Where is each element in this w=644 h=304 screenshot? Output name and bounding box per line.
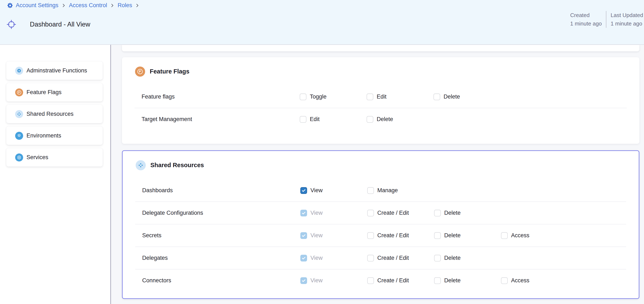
checkbox-icon — [300, 116, 306, 123]
page-header: Account Settings Access Control Roles Da… — [0, 0, 644, 45]
checkbox-create-edit[interactable]: Create / Edit — [367, 210, 434, 216]
page-title: Dashboard - All View — [30, 21, 90, 28]
checkbox-delete[interactable]: Delete — [434, 210, 501, 216]
checkbox-icon — [300, 277, 307, 284]
checkbox-edit[interactable]: Edit — [366, 94, 434, 100]
resource-label: Delegates — [135, 255, 300, 261]
created-meta: Created 1 minute ago — [570, 11, 602, 28]
checkbox-edit[interactable]: Edit — [300, 116, 366, 123]
resource-label: Dashboards — [135, 187, 300, 194]
checkbox-icon — [366, 94, 373, 100]
checkbox-delete[interactable]: Delete — [434, 277, 501, 284]
resource-label: Feature flags — [134, 94, 300, 100]
breadcrumb-account-settings[interactable]: Account Settings — [16, 2, 58, 9]
checkbox-icon — [501, 232, 508, 239]
checkbox-view[interactable]: View — [300, 210, 367, 216]
checkbox-icon — [434, 232, 441, 239]
chevron-right-icon — [61, 3, 66, 8]
checkbox-icon — [300, 232, 307, 239]
checkbox-create-edit[interactable]: Create / Edit — [367, 255, 434, 261]
flag-icon — [15, 88, 23, 96]
checkbox-icon — [367, 255, 374, 261]
checkbox-icon — [434, 277, 441, 284]
checkbox-view[interactable]: View — [300, 277, 367, 284]
sidebar-item-label: Feature Flags — [26, 89, 62, 96]
checkbox-icon — [434, 255, 441, 261]
checkbox-icon — [300, 187, 307, 194]
checkbox-manage[interactable]: Manage — [367, 187, 434, 194]
layers-icon — [15, 132, 23, 140]
checkbox-icon — [367, 277, 374, 284]
permissions-panel: Feature Flags Feature flags Toggle Edit … — [112, 45, 644, 304]
checkbox-icon — [300, 210, 307, 216]
checkbox-delete[interactable]: Delete — [366, 116, 434, 123]
sidebar-item-label: Environments — [26, 132, 61, 139]
card-title: Shared Resources — [150, 162, 204, 169]
permission-row: Dashboards View Manage — [135, 179, 626, 201]
checkbox-access[interactable]: Access — [501, 277, 568, 284]
checkbox-view[interactable]: View — [300, 187, 367, 194]
checkbox-delete[interactable]: Delete — [434, 232, 501, 239]
checkbox-view[interactable]: View — [300, 255, 367, 261]
checkbox-create-edit[interactable]: Create / Edit — [367, 232, 434, 239]
sidebar-item-label: Adminstrative Functions — [26, 67, 87, 74]
role-crosshair-icon — [6, 19, 16, 30]
checkbox-icon — [300, 94, 306, 100]
permission-row: Secrets View Create / Edit Delete Access — [135, 224, 626, 246]
breadcrumb-access-control[interactable]: Access Control — [69, 2, 107, 9]
card-shared-resources: Shared Resources Dashboards View Manage … — [122, 150, 639, 299]
checkbox-icon — [367, 187, 374, 194]
checkbox-icon — [367, 210, 374, 216]
diamonds-icon — [15, 110, 23, 118]
card-header: Shared Resources — [122, 151, 639, 179]
sidebar-item-administrative-functions[interactable]: Adminstrative Functions — [6, 62, 103, 80]
checkbox-icon — [300, 255, 307, 261]
sidebar-item-label: Services — [26, 154, 48, 161]
checkbox-view[interactable]: View — [300, 232, 367, 239]
permission-row: Feature flags Toggle Edit Delete — [134, 86, 627, 108]
breadcrumb-roles[interactable]: Roles — [118, 2, 132, 9]
chevron-right-icon — [110, 3, 115, 8]
resource-label: Secrets — [135, 232, 300, 239]
settings-gear-icon — [7, 2, 13, 9]
checkbox-icon — [366, 116, 373, 123]
permission-row: Delegate Configurations View Create / Ed… — [135, 201, 626, 224]
checkbox-delete[interactable]: Delete — [434, 255, 501, 261]
gear-icon — [15, 67, 23, 75]
card-title: Feature Flags — [150, 68, 190, 75]
sidebar-item-environments[interactable]: Environments — [6, 127, 103, 145]
permission-row: Delegates View Create / Edit Delete — [135, 246, 626, 269]
permission-row: Connectors View Create / Edit Delete Acc… — [135, 269, 626, 291]
checkbox-create-edit[interactable]: Create / Edit — [367, 277, 434, 284]
card-header: Feature Flags — [122, 57, 639, 86]
scrolled-card-edge — [122, 45, 639, 51]
permission-groups-sidebar: Adminstrative Functions Feature Flags Sh… — [0, 45, 111, 304]
hexagon-icon — [15, 153, 23, 161]
updated-meta: Last Updated 1 minute ago — [610, 11, 643, 28]
checkbox-icon — [501, 277, 508, 284]
checkbox-icon — [367, 232, 374, 239]
diamonds-icon — [136, 160, 146, 170]
resource-label: Target Management — [134, 116, 300, 123]
chevron-right-icon — [134, 3, 140, 8]
updated-value: 1 minute ago — [610, 19, 643, 28]
sidebar-item-shared-resources[interactable]: Shared Resources — [6, 105, 103, 123]
checkbox-icon — [434, 94, 440, 100]
checkbox-toggle[interactable]: Toggle — [300, 94, 366, 100]
created-value: 1 minute ago — [570, 19, 602, 28]
resource-label: Delegate Configurations — [135, 210, 300, 216]
sidebar-item-label: Shared Resources — [26, 111, 74, 117]
updated-label: Last Updated — [610, 11, 643, 19]
role-meta: Created 1 minute ago Last Updated 1 minu… — [570, 11, 643, 28]
sidebar-item-services[interactable]: Services — [6, 148, 103, 167]
breadcrumb: Account Settings Access Control Roles — [7, 2, 140, 9]
checkbox-delete[interactable]: Delete — [434, 94, 500, 100]
sidebar-item-feature-flags[interactable]: Feature Flags — [6, 83, 103, 102]
created-label: Created — [570, 11, 602, 19]
checkbox-access[interactable]: Access — [501, 232, 568, 239]
permission-row: Target Management Edit Delete — [134, 108, 627, 130]
flag-icon — [135, 67, 145, 77]
meta-divider — [606, 11, 606, 28]
card-feature-flags: Feature Flags Feature flags Toggle Edit … — [122, 57, 639, 144]
checkbox-icon — [434, 210, 441, 216]
